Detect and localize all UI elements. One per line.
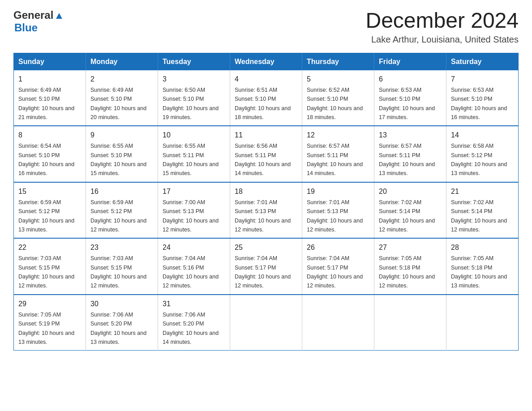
day-info: Sunrise: 6:59 AMSunset: 5:12 PMDaylight:… (90, 199, 146, 233)
day-number: 14 (451, 130, 514, 141)
day-info: Sunrise: 6:52 AMSunset: 5:10 PMDaylight:… (307, 87, 363, 120)
calendar-cell (302, 295, 374, 351)
day-info: Sunrise: 7:04 AMSunset: 5:17 PMDaylight:… (235, 255, 291, 289)
day-of-week-monday: Monday (86, 53, 158, 70)
day-info: Sunrise: 6:55 AMSunset: 5:10 PMDaylight:… (90, 143, 146, 176)
day-info: Sunrise: 7:02 AMSunset: 5:14 PMDaylight:… (379, 199, 435, 233)
day-info: Sunrise: 6:49 AMSunset: 5:10 PMDaylight:… (18, 87, 74, 120)
day-info: Sunrise: 7:05 AMSunset: 5:18 PMDaylight:… (379, 255, 435, 289)
day-number: 27 (379, 242, 442, 253)
calendar-cell: 21 Sunrise: 7:02 AMSunset: 5:14 PMDaylig… (446, 182, 519, 239)
calendar-cell: 4 Sunrise: 6:51 AMSunset: 5:10 PMDayligh… (230, 70, 302, 126)
calendar-cell: 26 Sunrise: 7:04 AMSunset: 5:17 PMDaylig… (302, 238, 374, 295)
calendar-cell: 5 Sunrise: 6:52 AMSunset: 5:10 PMDayligh… (302, 70, 374, 126)
calendar-cell: 25 Sunrise: 7:04 AMSunset: 5:17 PMDaylig… (230, 238, 302, 295)
day-number: 8 (18, 130, 81, 141)
day-number: 24 (163, 242, 225, 253)
day-info: Sunrise: 7:05 AMSunset: 5:18 PMDaylight:… (451, 255, 507, 289)
day-number: 21 (451, 186, 514, 197)
calendar-cell: 8 Sunrise: 6:54 AMSunset: 5:10 PMDayligh… (14, 126, 86, 182)
logo-blue-text: Blue (14, 21, 38, 34)
calendar-table: SundayMondayTuesdayWednesdayThursdayFrid… (13, 53, 519, 351)
day-of-week-thursday: Thursday (302, 53, 374, 70)
day-number: 11 (235, 130, 297, 141)
day-number: 12 (307, 130, 369, 141)
calendar-cell: 2 Sunrise: 6:49 AMSunset: 5:10 PMDayligh… (86, 70, 158, 126)
day-info: Sunrise: 7:03 AMSunset: 5:15 PMDaylight:… (18, 255, 74, 289)
day-number: 2 (90, 74, 153, 85)
day-number: 16 (90, 186, 153, 197)
title-section: December 2024 Lake Arthur, Louisiana, Un… (365, 9, 519, 45)
calendar-cell: 1 Sunrise: 6:49 AMSunset: 5:10 PMDayligh… (14, 70, 86, 126)
day-info: Sunrise: 7:06 AMSunset: 5:20 PMDaylight:… (90, 312, 146, 345)
day-number: 22 (18, 242, 81, 253)
calendar-cell: 27 Sunrise: 7:05 AMSunset: 5:18 PMDaylig… (374, 238, 446, 295)
day-info: Sunrise: 6:55 AMSunset: 5:11 PMDaylight:… (163, 143, 219, 176)
day-info: Sunrise: 6:57 AMSunset: 5:11 PMDaylight:… (379, 143, 435, 176)
days-of-week-row: SundayMondayTuesdayWednesdayThursdayFrid… (14, 53, 519, 70)
day-number: 9 (90, 130, 153, 141)
calendar-cell: 10 Sunrise: 6:55 AMSunset: 5:11 PMDaylig… (158, 126, 230, 182)
day-number: 30 (90, 299, 153, 309)
day-info: Sunrise: 7:00 AMSunset: 5:13 PMDaylight:… (163, 199, 219, 233)
logo: General Blue (13, 9, 64, 34)
day-number: 23 (90, 242, 153, 253)
day-number: 3 (163, 74, 225, 85)
calendar-cell: 19 Sunrise: 7:01 AMSunset: 5:13 PMDaylig… (302, 182, 374, 239)
day-number: 13 (379, 130, 442, 141)
calendar-week-5: 29 Sunrise: 7:05 AMSunset: 5:19 PMDaylig… (14, 295, 519, 351)
day-of-week-sunday: Sunday (14, 53, 86, 70)
page-title: December 2024 (365, 9, 519, 33)
calendar-cell: 11 Sunrise: 6:56 AMSunset: 5:11 PMDaylig… (230, 126, 302, 182)
calendar-cell: 13 Sunrise: 6:57 AMSunset: 5:11 PMDaylig… (374, 126, 446, 182)
calendar-body: 1 Sunrise: 6:49 AMSunset: 5:10 PMDayligh… (14, 70, 519, 351)
day-number: 25 (235, 242, 297, 253)
day-info: Sunrise: 6:58 AMSunset: 5:12 PMDaylight:… (451, 143, 507, 176)
day-of-week-saturday: Saturday (446, 53, 519, 70)
day-info: Sunrise: 7:04 AMSunset: 5:16 PMDaylight:… (163, 255, 219, 289)
calendar-cell: 23 Sunrise: 7:03 AMSunset: 5:15 PMDaylig… (86, 238, 158, 295)
day-info: Sunrise: 6:54 AMSunset: 5:10 PMDaylight:… (18, 143, 74, 176)
day-number: 7 (451, 74, 514, 85)
calendar-cell: 17 Sunrise: 7:00 AMSunset: 5:13 PMDaylig… (158, 182, 230, 239)
calendar-week-2: 8 Sunrise: 6:54 AMSunset: 5:10 PMDayligh… (14, 126, 519, 182)
day-info: Sunrise: 6:56 AMSunset: 5:11 PMDaylight:… (235, 143, 291, 176)
day-number: 26 (307, 242, 369, 253)
svg-marker-0 (56, 13, 62, 19)
calendar-week-1: 1 Sunrise: 6:49 AMSunset: 5:10 PMDayligh… (14, 70, 519, 126)
day-info: Sunrise: 6:53 AMSunset: 5:10 PMDaylight:… (451, 87, 507, 120)
day-info: Sunrise: 6:59 AMSunset: 5:12 PMDaylight:… (18, 199, 74, 233)
page-header: General Blue December 2024 Lake Arthur, … (13, 9, 519, 45)
day-of-week-tuesday: Tuesday (158, 53, 230, 70)
day-info: Sunrise: 6:49 AMSunset: 5:10 PMDaylight:… (90, 87, 146, 120)
calendar-cell: 29 Sunrise: 7:05 AMSunset: 5:19 PMDaylig… (14, 295, 86, 351)
day-info: Sunrise: 7:06 AMSunset: 5:20 PMDaylight:… (163, 312, 219, 345)
day-info: Sunrise: 6:51 AMSunset: 5:10 PMDaylight:… (235, 87, 291, 120)
day-number: 5 (307, 74, 369, 85)
day-number: 20 (379, 186, 442, 197)
day-of-week-friday: Friday (374, 53, 446, 70)
calendar-week-3: 15 Sunrise: 6:59 AMSunset: 5:12 PMDaylig… (14, 182, 519, 239)
calendar-cell: 16 Sunrise: 6:59 AMSunset: 5:12 PMDaylig… (86, 182, 158, 239)
day-number: 6 (379, 74, 442, 85)
calendar-cell: 22 Sunrise: 7:03 AMSunset: 5:15 PMDaylig… (14, 238, 86, 295)
day-number: 15 (18, 186, 81, 197)
calendar-cell: 9 Sunrise: 6:55 AMSunset: 5:10 PMDayligh… (86, 126, 158, 182)
calendar-cell: 20 Sunrise: 7:02 AMSunset: 5:14 PMDaylig… (374, 182, 446, 239)
logo-triangle-icon (54, 11, 64, 21)
day-info: Sunrise: 7:01 AMSunset: 5:13 PMDaylight:… (235, 199, 291, 233)
calendar-cell: 3 Sunrise: 6:50 AMSunset: 5:10 PMDayligh… (158, 70, 230, 126)
calendar-cell (230, 295, 302, 351)
day-number: 4 (235, 74, 297, 85)
day-info: Sunrise: 6:53 AMSunset: 5:10 PMDaylight:… (379, 87, 435, 120)
day-number: 10 (163, 130, 225, 141)
day-info: Sunrise: 7:03 AMSunset: 5:15 PMDaylight:… (90, 255, 146, 289)
calendar-cell: 24 Sunrise: 7:04 AMSunset: 5:16 PMDaylig… (158, 238, 230, 295)
calendar-cell (374, 295, 446, 351)
day-of-week-wednesday: Wednesday (230, 53, 302, 70)
calendar-cell: 15 Sunrise: 6:59 AMSunset: 5:12 PMDaylig… (14, 182, 86, 239)
day-info: Sunrise: 7:05 AMSunset: 5:19 PMDaylight:… (18, 312, 74, 345)
calendar-cell: 30 Sunrise: 7:06 AMSunset: 5:20 PMDaylig… (86, 295, 158, 351)
calendar-cell: 14 Sunrise: 6:58 AMSunset: 5:12 PMDaylig… (446, 126, 519, 182)
calendar-cell (446, 295, 519, 351)
